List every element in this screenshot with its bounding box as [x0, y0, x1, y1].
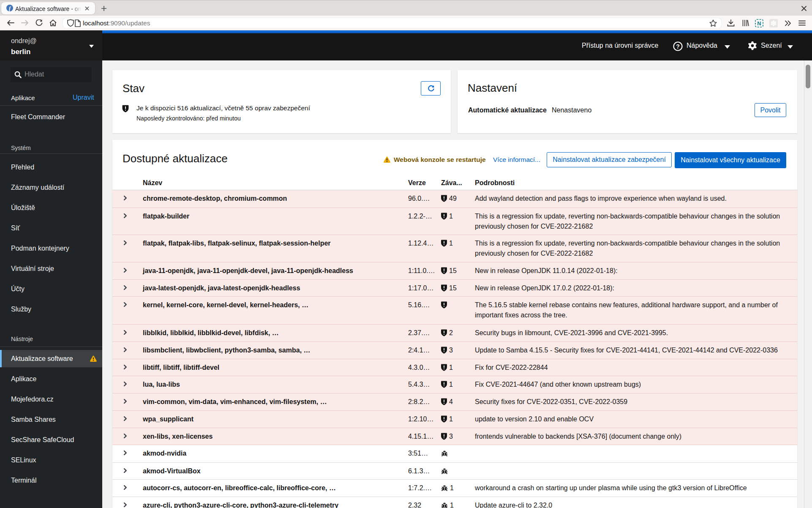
svg-text:?: ? — [676, 43, 680, 50]
svg-text:N: N — [757, 20, 761, 27]
